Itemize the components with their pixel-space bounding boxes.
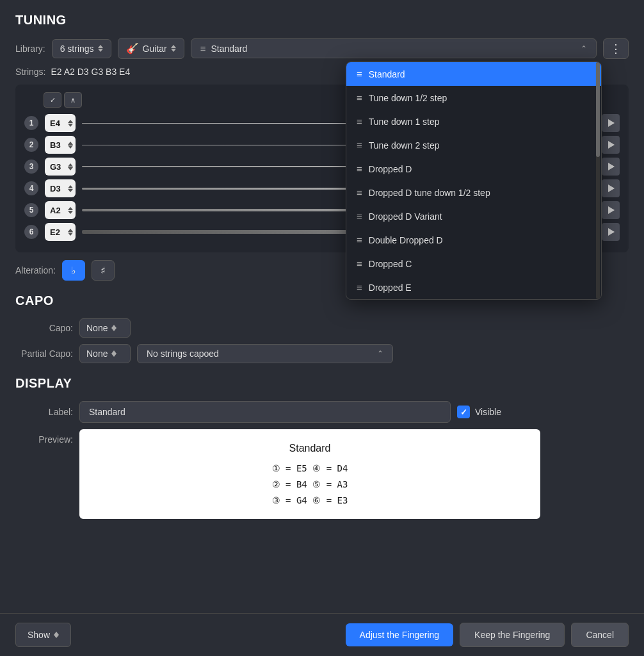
tuning-select-btn[interactable]: ≡ Standard ⌃ (191, 38, 597, 58)
tuning-option-standard[interactable]: ≡ Standard (346, 62, 601, 86)
tuning-option-dropped-d-half-icon: ≡ (357, 187, 362, 198)
play-btn-5[interactable] (602, 201, 620, 219)
display-title: DISPLAY (15, 376, 629, 391)
three-dots-icon: ⋮ (610, 42, 622, 55)
play-btn-4[interactable] (602, 179, 620, 197)
partial-strings-chevron: ⌃ (377, 349, 383, 358)
tuning-option-dropped-d-half[interactable]: ≡ Dropped D tune down 1/2 step (346, 181, 601, 204)
tuning-option-dropped-c-label: Dropped C (369, 259, 412, 269)
note-up-1[interactable] (68, 120, 73, 123)
sort-down-btn[interactable]: ✓ (44, 92, 61, 108)
partial-capo-row: Partial Capo: None No strings capoed ⌃ (15, 344, 629, 363)
string-note-1: E4 (45, 114, 76, 132)
note-spinner-6[interactable] (68, 229, 73, 236)
strings-select[interactable]: 6 strings (52, 39, 111, 58)
play-btn-1[interactable] (602, 114, 620, 132)
note-spinner-1[interactable] (68, 120, 73, 127)
keep-fingering-btn[interactable]: Keep the Fingering (460, 623, 565, 647)
partial-capo-select-btn[interactable]: None (79, 344, 131, 363)
note-up-4[interactable] (68, 185, 73, 188)
capo-value: None (86, 323, 108, 333)
capo-select-btn[interactable]: None (79, 318, 131, 338)
label-input[interactable] (79, 401, 451, 423)
sort-up-btn[interactable]: ∧ (64, 92, 82, 108)
note-up-6[interactable] (68, 229, 73, 232)
show-btn[interactable]: Show (15, 623, 71, 647)
tuning-option-dropped-e[interactable]: ≡ Dropped E (346, 275, 601, 299)
tuning-option-dropped-e-label: Dropped E (369, 283, 412, 293)
note-up-3[interactable] (68, 163, 73, 167)
play-icon-4 (608, 184, 615, 192)
tuning-list-icon: ≡ (200, 43, 206, 54)
sharp-btn[interactable]: ♯ (92, 260, 115, 281)
tuning-option-tune-down-half[interactable]: ≡ Tune down 1/2 step (346, 86, 601, 110)
instrument-select[interactable]: 🎸 Guitar (118, 38, 184, 59)
tuning-option-tune-down-2[interactable]: ≡ Tune down 2 step (346, 133, 601, 157)
partial-capo-spinner (111, 350, 117, 357)
flat-btn[interactable]: ♭ (62, 260, 85, 281)
tuning-option-dropped-d[interactable]: ≡ Dropped D (346, 157, 601, 181)
tuning-option-tune-down-half-label: Tune down 1/2 step (369, 93, 447, 103)
tuning-option-double-dropped-d[interactable]: ≡ Double Dropped D (346, 228, 601, 252)
preview-line-3: ③ = G4 ⑥ = E3 (105, 493, 515, 509)
adjust-fingering-btn[interactable]: Adjust the Fingering (346, 623, 454, 646)
note-spinner-3[interactable] (68, 163, 73, 170)
sort-up-icon: ∧ (70, 96, 76, 104)
tuning-option-dropped-d-variant[interactable]: ≡ Dropped D Variant (346, 204, 601, 228)
tuning-option-tune-down-1[interactable]: ≡ Tune down 1 step (346, 110, 601, 133)
tuning-option-tune-down-1-label: Tune down 1 step (369, 117, 440, 127)
tuning-option-dropped-d-icon: ≡ (357, 163, 362, 174)
library-row: Library: 6 strings 🎸 Guitar ≡ Standard ⌃… (15, 38, 629, 59)
note-up-5[interactable] (68, 207, 73, 210)
tuning-option-dropped-d-variant-icon: ≡ (357, 211, 362, 222)
tuning-option-tune-down-2-label: Tune down 2 step (369, 140, 440, 151)
cancel-btn[interactable]: Cancel (571, 623, 629, 647)
note-down-4[interactable] (68, 189, 73, 192)
main-container: TUNING Library: 6 strings 🎸 Guitar ≡ Sta… (0, 0, 644, 545)
note-down-1[interactable] (68, 124, 73, 127)
tuning-option-tune-down-1-icon: ≡ (357, 116, 362, 127)
preview-line-2: ② = B4 ⑤ = A3 (105, 477, 515, 493)
note-down-6[interactable] (68, 233, 73, 236)
preview-row: Preview: Standard ① = E5 ④ = D4 ② = B4 ⑤… (15, 429, 629, 519)
cancel-label: Cancel (586, 630, 614, 640)
note-down-5[interactable] (68, 211, 73, 214)
more-options-btn[interactable]: ⋮ (603, 38, 629, 59)
note-down-2[interactable] (68, 145, 73, 149)
play-btn-6[interactable] (602, 223, 620, 241)
visible-checkbox[interactable]: ✓ (457, 406, 470, 418)
string-num-3: 3 (24, 160, 38, 174)
label-field-label: Label: (15, 407, 73, 417)
dropdown-scrollbar-thumb[interactable] (596, 62, 600, 157)
show-spinner (54, 632, 59, 638)
tuning-option-double-dropped-d-icon: ≡ (357, 234, 362, 245)
play-btn-2[interactable] (602, 136, 620, 154)
note-up-2[interactable] (68, 142, 73, 145)
tuning-option-standard-label: Standard (369, 69, 405, 79)
play-icon-6 (608, 228, 615, 236)
string-note-4: D3 (45, 179, 76, 197)
note-spinner-4[interactable] (68, 185, 73, 192)
capo-row: Capo: None (15, 318, 629, 338)
strings-spinner (98, 45, 103, 52)
partial-strings-select-btn[interactable]: No strings capoed ⌃ (137, 344, 393, 363)
instrument-value: Guitar (143, 44, 167, 54)
note-spinner-5[interactable] (68, 207, 73, 214)
sharp-symbol: ♯ (101, 265, 106, 277)
preview-label: Preview: (15, 429, 73, 445)
sort-down-icon: ✓ (50, 96, 56, 104)
check-icon: ✓ (460, 407, 467, 417)
note-spinner-2[interactable] (68, 142, 73, 149)
show-label: Show (28, 630, 50, 640)
play-icon-3 (608, 163, 615, 170)
flat-symbol: ♭ (71, 265, 76, 277)
tuning-option-dropped-c[interactable]: ≡ Dropped C (346, 252, 601, 275)
capo-section: CAPO Capo: None Partial Capo: None (15, 293, 629, 363)
string-note-3: G3 (45, 158, 76, 176)
note-down-3[interactable] (68, 167, 73, 170)
visible-label: Visible (475, 407, 501, 417)
string-note-6: E2 (45, 223, 76, 241)
play-btn-3[interactable] (602, 158, 620, 176)
partial-capo-description: No strings capoed (147, 348, 219, 359)
tuning-option-tune-down-2-icon: ≡ (357, 140, 362, 151)
